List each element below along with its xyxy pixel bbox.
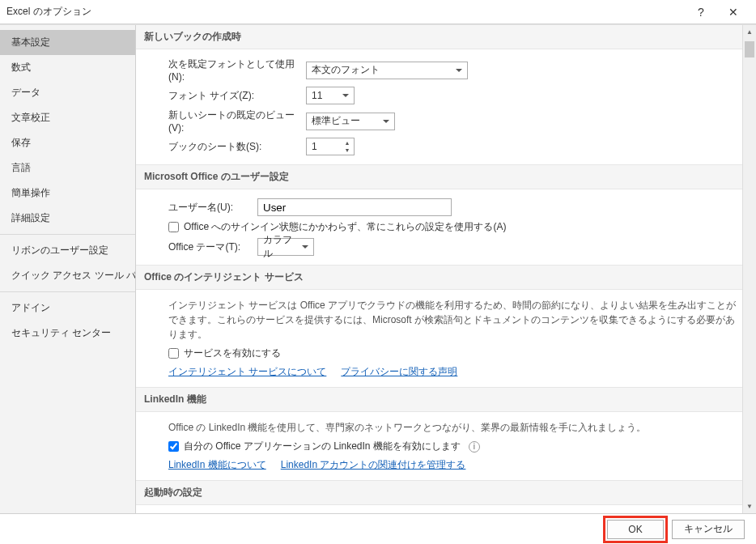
link-privacy-statement[interactable]: プライバシーに関する声明: [341, 365, 457, 379]
dropdown-default-view[interactable]: 標準ビュー: [306, 113, 395, 130]
spinner-down-icon[interactable]: ▼: [342, 147, 353, 154]
scroll-up-icon[interactable]: ▲: [743, 25, 756, 39]
sidebar-item-quick-access[interactable]: クイック アクセス ツール バー: [0, 263, 135, 288]
checkbox-always-use-settings[interactable]: [168, 222, 179, 232]
cancel-button[interactable]: キャンセル: [672, 520, 745, 539]
sidebar-item-general[interactable]: 基本設定: [0, 30, 135, 55]
dropdown-default-font[interactable]: 本文のフォント: [306, 62, 468, 79]
scroll-down-icon[interactable]: ▼: [743, 499, 756, 513]
dialog-title: Excel のオプション: [6, 5, 685, 19]
label-default-view: 新しいシートの既定のビュー(V):: [168, 108, 306, 134]
link-manage-linkedin[interactable]: LinkedIn アカウントの関連付けを管理する: [281, 458, 466, 472]
input-username[interactable]: [257, 198, 452, 216]
text-intelligent-desc: インテリジェント サービスは Office アプリでクラウドの機能を利用するため…: [168, 298, 740, 342]
sidebar-item-save[interactable]: 保存: [0, 130, 135, 155]
sidebar-item-ease-of-access[interactable]: 簡単操作: [0, 181, 135, 206]
spinner-up-icon[interactable]: ▲: [342, 139, 353, 147]
category-sidebar: 基本設定 数式 データ 文章校正 保存 言語 簡単操作 詳細設定 リボンのユーザ…: [0, 25, 136, 513]
label-sheet-count: ブックのシート数(S):: [168, 140, 306, 154]
checkbox-enable-services[interactable]: [168, 348, 179, 359]
label-font-size: フォント サイズ(Z):: [168, 89, 306, 103]
label-office-theme: Office テーマ(T):: [168, 240, 257, 254]
label-always-use-settings: Office へのサインイン状態にかかわらず、常にこれらの設定を使用する(A): [184, 220, 506, 234]
close-button[interactable]: ✕: [717, 0, 750, 24]
sidebar-item-trust-center[interactable]: セキュリティ センター: [0, 321, 135, 346]
label-enable-services: サービスを有効にする: [184, 346, 281, 360]
sidebar-separator: [0, 234, 135, 235]
help-button[interactable]: ?: [685, 0, 717, 24]
section-intelligent-services: Office のインテリジェント サービス: [136, 265, 756, 290]
label-default-font: 次を既定フォントとして使用(N):: [168, 57, 306, 83]
ok-button[interactable]: OK: [607, 520, 664, 539]
text-linkedin-desc: Office の LinkedIn 機能を使用して、専門家のネットワークとつなが…: [168, 420, 740, 435]
vertical-scrollbar[interactable]: ▲ ▼: [742, 25, 756, 513]
dropdown-office-theme[interactable]: カラフル: [257, 238, 314, 256]
link-about-intelligent-services[interactable]: インテリジェント サービスについて: [168, 365, 326, 379]
sidebar-item-language[interactable]: 言語: [0, 155, 135, 181]
dropdown-font-size[interactable]: 11: [306, 87, 355, 104]
sidebar-item-data[interactable]: データ: [0, 80, 135, 105]
checkbox-enable-linkedin[interactable]: [168, 441, 179, 452]
label-enable-linkedin: 自分の Office アプリケーションの LinkedIn 機能を有効にします: [184, 440, 461, 453]
sidebar-item-formulas[interactable]: 数式: [0, 55, 135, 80]
sidebar-item-proofing[interactable]: 文章校正: [0, 105, 135, 130]
sidebar-item-advanced[interactable]: 詳細設定: [0, 206, 135, 231]
sidebar-separator: [0, 291, 135, 292]
sidebar-item-customize-ribbon[interactable]: リボンのユーザー設定: [0, 238, 135, 263]
section-linkedin: LinkedIn 機能: [136, 387, 756, 412]
label-username: ユーザー名(U):: [168, 201, 257, 215]
spinner-sheet-count[interactable]: 1 ▲▼: [306, 138, 355, 155]
section-ms-office: Microsoft Office のユーザー設定: [136, 164, 756, 189]
section-new-workbook: 新しいブックの作成時: [136, 25, 756, 49]
section-startup: 起動時の設定: [136, 480, 756, 505]
sidebar-item-addins[interactable]: アドイン: [0, 295, 135, 321]
info-icon[interactable]: i: [469, 441, 480, 453]
scroll-thumb[interactable]: [745, 41, 754, 57]
link-about-linkedin[interactable]: LinkedIn 機能について: [168, 458, 266, 472]
